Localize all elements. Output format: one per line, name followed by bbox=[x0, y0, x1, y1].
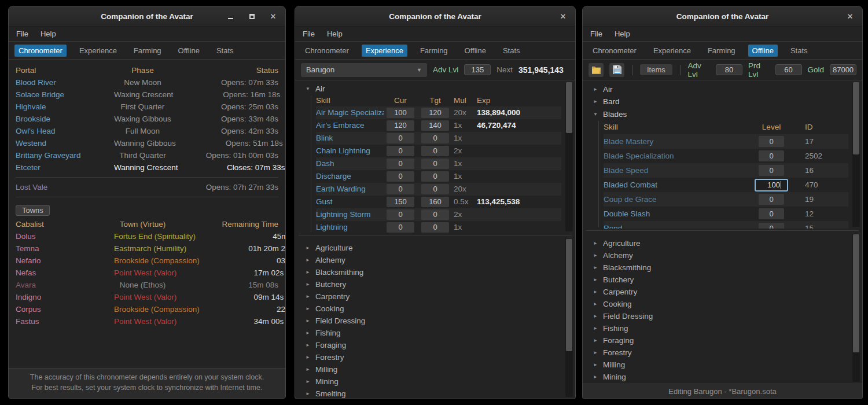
gold-field[interactable]: 87000 bbox=[830, 64, 856, 75]
category-carpentry[interactable]: ►Carpentry bbox=[295, 290, 575, 303]
tab-chronometer[interactable]: Chronometer bbox=[589, 45, 641, 57]
scrollbar-thumb[interactable] bbox=[853, 82, 859, 154]
menu-item-file[interactable]: File bbox=[303, 30, 315, 38]
category-milling[interactable]: ►Milling bbox=[295, 363, 575, 375]
minimize-button[interactable] bbox=[226, 12, 234, 20]
tab-stats[interactable]: Stats bbox=[786, 45, 812, 57]
level-field[interactable]: 0 bbox=[742, 207, 800, 221]
category-blacksmithing[interactable]: ►Blacksmithing bbox=[295, 266, 575, 278]
scrollbar[interactable] bbox=[565, 82, 573, 231]
category-foraging[interactable]: ►Foraging bbox=[583, 334, 862, 347]
tab-farming[interactable]: Farming bbox=[416, 45, 452, 57]
tgt-field[interactable]: 0 bbox=[419, 132, 451, 145]
tab-offline[interactable]: Offline bbox=[174, 45, 204, 57]
items-button[interactable]: Items bbox=[640, 64, 672, 75]
close-button[interactable]: ✕ bbox=[559, 12, 567, 20]
cur-field[interactable]: 150 bbox=[384, 196, 417, 208]
prd-lvl-field[interactable]: 60 bbox=[775, 64, 802, 75]
tab-farming[interactable]: Farming bbox=[704, 45, 740, 57]
tab-stats[interactable]: Stats bbox=[212, 45, 238, 57]
cur-field[interactable]: 0 bbox=[384, 208, 417, 221]
scrollbar-thumb[interactable] bbox=[566, 82, 572, 133]
adv-lvl-field[interactable]: 135 bbox=[464, 64, 491, 75]
category-cooking[interactable]: ►Cooking bbox=[295, 303, 575, 315]
category-fishing[interactable]: ►Fishing bbox=[583, 322, 862, 334]
level-field[interactable]: 0 bbox=[742, 192, 800, 207]
category-forestry[interactable]: ►Forestry bbox=[295, 351, 575, 363]
tab-chronometer[interactable]: Chronometer bbox=[14, 45, 67, 57]
titlebar[interactable]: Companion of the Avatar ✕ bbox=[583, 6, 862, 27]
level-field[interactable]: 0 bbox=[742, 134, 800, 149]
category-field-dressing[interactable]: ►Field Dressing bbox=[295, 315, 575, 327]
category-mining[interactable]: ►Mining bbox=[583, 371, 862, 383]
category-alchemy[interactable]: ►Alchemy bbox=[295, 254, 575, 266]
cur-field[interactable]: 0 bbox=[384, 170, 417, 183]
category-smelting[interactable]: ►Smelting bbox=[295, 388, 575, 399]
close-button[interactable]: ✕ bbox=[846, 12, 854, 20]
category-foraging[interactable]: ►Foraging bbox=[295, 339, 575, 351]
tree-group-air[interactable]: ► Air bbox=[583, 83, 862, 95]
category-carpentry[interactable]: ►Carpentry bbox=[583, 286, 862, 298]
category-agriculture[interactable]: ►Agriculture bbox=[295, 242, 575, 254]
tgt-field[interactable]: 0 bbox=[419, 145, 451, 157]
tgt-field[interactable]: 0 bbox=[419, 221, 451, 233]
category-milling[interactable]: ►Milling bbox=[583, 359, 862, 371]
adv-lvl-field[interactable]: 80 bbox=[716, 64, 742, 75]
menu-item-help[interactable]: Help bbox=[327, 30, 343, 38]
category-butchery[interactable]: ►Butchery bbox=[295, 278, 575, 290]
tab-experience[interactable]: Experience bbox=[75, 45, 121, 57]
scrollbar[interactable] bbox=[852, 234, 860, 382]
tgt-field[interactable]: 0 bbox=[419, 208, 451, 221]
cur-field[interactable]: 0 bbox=[384, 183, 417, 196]
tgt-field[interactable]: 0 bbox=[419, 157, 451, 170]
tgt-field[interactable]: 0 bbox=[419, 183, 451, 196]
tree-group-air[interactable]: ▼ Air bbox=[295, 83, 575, 94]
category-cooking[interactable]: ►Cooking bbox=[583, 298, 862, 310]
level-field[interactable]: 0 bbox=[742, 149, 800, 163]
cur-field[interactable]: 0 bbox=[384, 132, 417, 145]
tab-offline[interactable]: Offline bbox=[461, 45, 490, 57]
tab-experience[interactable]: Experience bbox=[362, 45, 407, 57]
open-file-button[interactable] bbox=[589, 63, 604, 77]
menu-item-file[interactable]: File bbox=[590, 30, 602, 38]
tab-farming[interactable]: Farming bbox=[130, 45, 165, 57]
titlebar[interactable]: Companion of the Avatar ✕ bbox=[9, 6, 285, 27]
tab-offline[interactable]: Offline bbox=[748, 45, 778, 57]
category-blacksmithing[interactable]: ►Blacksmithing bbox=[583, 262, 862, 274]
scrollbar-thumb[interactable] bbox=[566, 239, 572, 351]
cur-field[interactable]: 100 bbox=[384, 106, 417, 119]
maximize-button[interactable] bbox=[248, 12, 256, 20]
category-field-dressing[interactable]: ►Field Dressing bbox=[583, 310, 862, 322]
tgt-field[interactable]: 120 bbox=[419, 106, 451, 119]
towns-button[interactable]: Towns bbox=[16, 205, 50, 216]
menu-item-help[interactable]: Help bbox=[615, 30, 630, 38]
category-fishing[interactable]: ►Fishing bbox=[295, 327, 575, 339]
menu-item-help[interactable]: Help bbox=[41, 30, 56, 38]
scrollbar[interactable] bbox=[565, 239, 573, 397]
save-button[interactable] bbox=[609, 63, 624, 77]
tgt-field[interactable]: 140 bbox=[419, 119, 451, 132]
category-forestry[interactable]: ►Forestry bbox=[583, 347, 862, 359]
tgt-field[interactable]: 0 bbox=[419, 170, 451, 183]
tgt-field[interactable]: 160 bbox=[419, 196, 451, 208]
category-alchemy[interactable]: ►Alchemy bbox=[583, 249, 862, 262]
close-button[interactable]: ✕ bbox=[269, 12, 277, 20]
tab-stats[interactable]: Stats bbox=[499, 45, 524, 57]
tab-experience[interactable]: Experience bbox=[649, 45, 695, 57]
scrollbar[interactable] bbox=[852, 82, 860, 227]
cur-field[interactable]: 0 bbox=[384, 221, 417, 233]
cur-field[interactable]: 120 bbox=[384, 119, 417, 132]
category-mining[interactable]: ►Mining bbox=[295, 375, 575, 388]
character-select[interactable]: Barugon ▼ bbox=[301, 63, 427, 77]
tree-group-blades[interactable]: ▼ Blades bbox=[583, 108, 862, 120]
level-field[interactable]: 0 bbox=[742, 221, 800, 229]
level-input-editing[interactable]: 100 bbox=[742, 178, 800, 192]
titlebar[interactable]: Companion of the Avatar ✕ bbox=[295, 6, 575, 27]
category-agriculture[interactable]: ►Agriculture bbox=[583, 237, 862, 249]
tab-chronometer[interactable]: Chronometer bbox=[301, 45, 353, 57]
scrollbar-thumb[interactable] bbox=[853, 234, 859, 352]
menu-item-file[interactable]: File bbox=[16, 30, 28, 38]
tree-group-bard[interactable]: ► Bard bbox=[583, 95, 862, 108]
level-field[interactable]: 0 bbox=[742, 163, 800, 178]
cur-field[interactable]: 0 bbox=[384, 145, 417, 157]
